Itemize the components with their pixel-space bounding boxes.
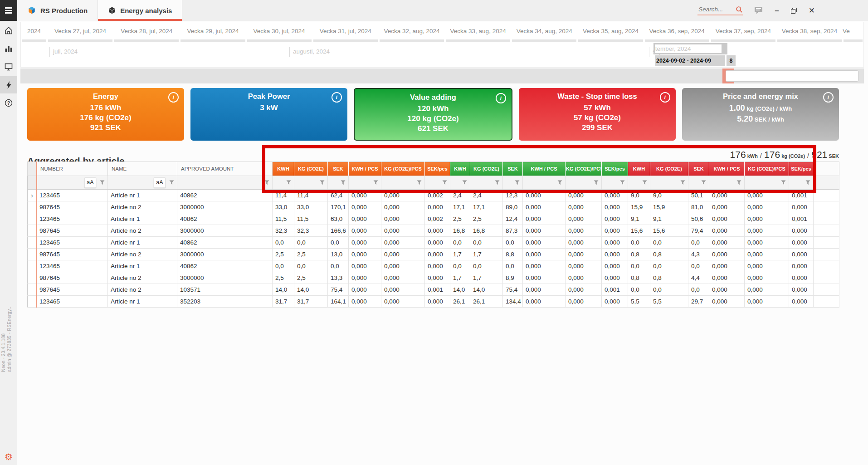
- filter-icon[interactable]: [736, 180, 741, 185]
- help-icon[interactable]: ?: [0, 94, 17, 112]
- energy-bolt-icon[interactable]: [0, 76, 17, 93]
- table-row[interactable]: 987645Article no 230000002,52,513,30,000…: [28, 272, 839, 284]
- filter-icon[interactable]: [594, 180, 599, 185]
- timeline-week-cell[interactable]: 2024: [21, 27, 47, 42]
- filter-icon[interactable]: [701, 180, 706, 185]
- cell-value: 8,8: [503, 249, 523, 260]
- tab-rs-production[interactable]: RS Production: [17, 0, 98, 21]
- column-header-red[interactable]: KWH / PCS: [709, 162, 745, 176]
- filter-icon[interactable]: [286, 180, 291, 185]
- filter-icon[interactable]: [442, 180, 447, 185]
- search-input[interactable]: [697, 5, 733, 13]
- table-row[interactable]: 987645Article no 2300000032,332,3166,60,…: [28, 225, 839, 237]
- bar-chart-icon[interactable]: [0, 40, 17, 57]
- kpi-card-orange[interactable]: iEnergy176 kWh176 kg (CO2e)921 SEK: [27, 88, 184, 141]
- table-row[interactable]: 123465Article nr 14086211,511,563,00,000…: [28, 213, 839, 225]
- filter-icon[interactable]: [680, 180, 685, 185]
- timeline-week-cell[interactable]: Vecka 27, jul, 2024: [47, 27, 113, 42]
- column-header-red[interactable]: KG (CO2E): [650, 162, 688, 176]
- column-header-approved-amount[interactable]: APPROVED AMOUNT: [177, 162, 273, 176]
- cell-value: 0,000: [425, 296, 450, 308]
- column-header-green[interactable]: SEK/pcs: [602, 162, 628, 176]
- timeline-week-cell[interactable]: Vecka 37, sep, 2024: [710, 27, 776, 42]
- column-header-green[interactable]: KG (CO2E): [470, 162, 503, 176]
- filter-icon[interactable]: [100, 180, 105, 185]
- column-header-red[interactable]: KWH: [628, 162, 650, 176]
- filter-icon[interactable]: [373, 180, 378, 185]
- timeline-week-cell[interactable]: Vecka 29, jul, 2024: [180, 27, 246, 42]
- table-row[interactable]: 987645Article no 230000002,52,513,00,000…: [28, 249, 839, 260]
- column-header-number[interactable]: NUMBER: [37, 162, 108, 176]
- filter-icon[interactable]: [320, 180, 325, 185]
- monitor-icon[interactable]: [0, 58, 17, 75]
- timeline-week-cell[interactable]: Ve: [843, 27, 863, 42]
- filter-icon[interactable]: [169, 180, 174, 185]
- info-icon[interactable]: i: [823, 92, 834, 103]
- kpi-card-red[interactable]: iWaste - Stop time loss57 kWh57 kg (CO2e…: [519, 88, 676, 141]
- feedback-icon[interactable]: [755, 7, 763, 14]
- info-icon[interactable]: i: [496, 93, 506, 103]
- home-icon[interactable]: [0, 22, 17, 39]
- tab-energy-analysis[interactable]: Energy analysis: [98, 0, 182, 21]
- filter-icon[interactable]: [781, 180, 786, 185]
- timeline-week-cell[interactable]: Vecka 38, sep, 2024: [776, 27, 843, 42]
- table-row[interactable]: 123465Article nr 1408620,00,00,00,0000,0…: [28, 260, 839, 272]
- timeline-week-cell[interactable]: Vecka 32, aug, 2024: [379, 27, 445, 42]
- filter-icon[interactable]: [620, 180, 625, 185]
- restore-button[interactable]: [791, 8, 797, 14]
- info-icon[interactable]: i: [168, 92, 179, 103]
- info-icon[interactable]: i: [660, 92, 670, 103]
- close-button[interactable]: ✕: [809, 7, 815, 15]
- table-row[interactable]: 987645Article no 210357114,014,075,40,00…: [28, 284, 839, 296]
- timeline-scrollbar[interactable]: [20, 69, 864, 83]
- filter-icon[interactable]: [264, 180, 269, 185]
- settings-gear-icon[interactable]: ⚙: [0, 451, 17, 462]
- filter-icon[interactable]: [557, 180, 562, 185]
- column-header-red[interactable]: SEK: [688, 162, 709, 176]
- table-row[interactable]: ›123465Article nr 14086211,411,462,40,00…: [28, 190, 839, 201]
- column-header-red[interactable]: KG (CO2E)/PCS: [745, 162, 789, 176]
- kpi-card-blue[interactable]: iPeak Power3 kW: [190, 88, 347, 141]
- table-row[interactable]: 123465Article nr 135220331,731,7164,10,0…: [28, 296, 839, 308]
- timeline-week-cell[interactable]: Vecka 36, sep, 2024: [644, 27, 710, 42]
- search-icon[interactable]: [736, 6, 743, 13]
- timeline-week-cell[interactable]: Vecka 34, aug, 2024: [511, 27, 577, 42]
- minimize-button[interactable]: –: [775, 7, 779, 15]
- column-header-orange[interactable]: SEK/pcs: [425, 162, 450, 176]
- filter-icon[interactable]: [417, 180, 422, 185]
- timeline-selection-box[interactable]: september, 2024: [653, 43, 727, 54]
- column-header-red[interactable]: SEK/pcs: [789, 162, 814, 176]
- column-header-green[interactable]: KG (CO2E)/PCS: [566, 162, 602, 176]
- filter-icon[interactable]: [805, 180, 810, 185]
- column-header-orange[interactable]: KWH / PCS: [349, 162, 381, 176]
- timeline-week-tick: [380, 39, 444, 42]
- filter-icon[interactable]: [642, 180, 647, 185]
- info-icon[interactable]: i: [332, 92, 342, 103]
- column-header-orange[interactable]: KWH: [273, 162, 294, 176]
- match-case-button[interactable]: aA: [154, 177, 166, 188]
- timeline-week-cell[interactable]: Vecka 33, aug, 2024: [445, 27, 511, 42]
- column-header-green[interactable]: KWH: [450, 162, 470, 176]
- filter-icon[interactable]: [341, 180, 346, 185]
- timeline-week-cell[interactable]: Vecka 30, jul, 2024: [246, 27, 312, 42]
- column-header-orange[interactable]: KG (CO2E): [294, 162, 328, 176]
- column-header-orange[interactable]: SEK: [328, 162, 349, 176]
- match-case-button[interactable]: aA: [84, 177, 96, 188]
- filter-icon[interactable]: [515, 180, 520, 185]
- filter-icon[interactable]: [495, 180, 500, 185]
- kpi-card-gray[interactable]: iPrice and energy mix1.00 kg (CO2e) / kW…: [682, 88, 839, 141]
- scrollbar-thumb[interactable]: [726, 70, 858, 82]
- hamburger-menu-button[interactable]: [0, 0, 17, 21]
- timeline-week-cell[interactable]: Vecka 31, jul, 2024: [312, 27, 379, 42]
- column-header-name[interactable]: NAME: [108, 162, 177, 176]
- column-header-green[interactable]: SEK: [503, 162, 523, 176]
- table-row[interactable]: 123465Article nr 1408620,00,00,00,0000,0…: [28, 237, 839, 249]
- filter-icon[interactable]: [462, 180, 467, 185]
- table-row[interactable]: 987645Article no 2300000033,033,0170,10,…: [28, 201, 839, 213]
- timeline-week-cell[interactable]: Vecka 28, jul, 2024: [113, 27, 180, 42]
- kpi-card-green[interactable]: iValue adding120 kWh120 kg (CO2e)621 SEK: [354, 88, 512, 141]
- column-header-green[interactable]: KWH / PCS: [523, 162, 566, 176]
- timeline-week-cell[interactable]: Vecka 35, aug, 2024: [577, 27, 644, 42]
- column-header-orange[interactable]: KG (CO2E)/PCS: [381, 162, 425, 176]
- expand-row-icon[interactable]: ›: [31, 191, 33, 199]
